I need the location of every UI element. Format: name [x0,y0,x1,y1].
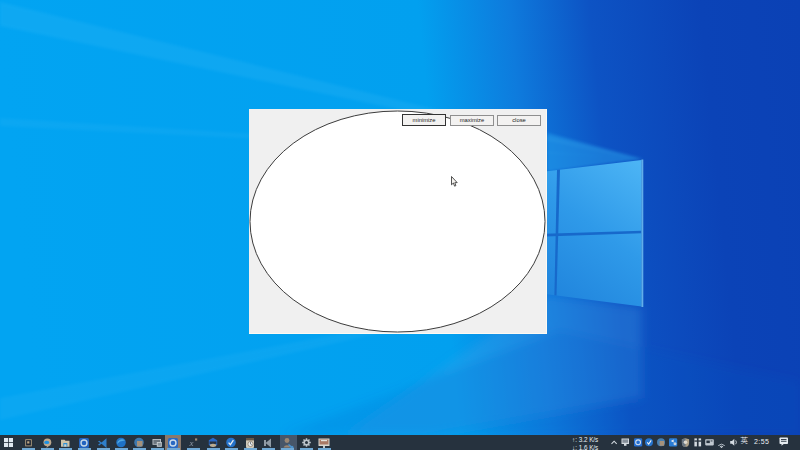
svg-text:x: x [189,438,194,448]
